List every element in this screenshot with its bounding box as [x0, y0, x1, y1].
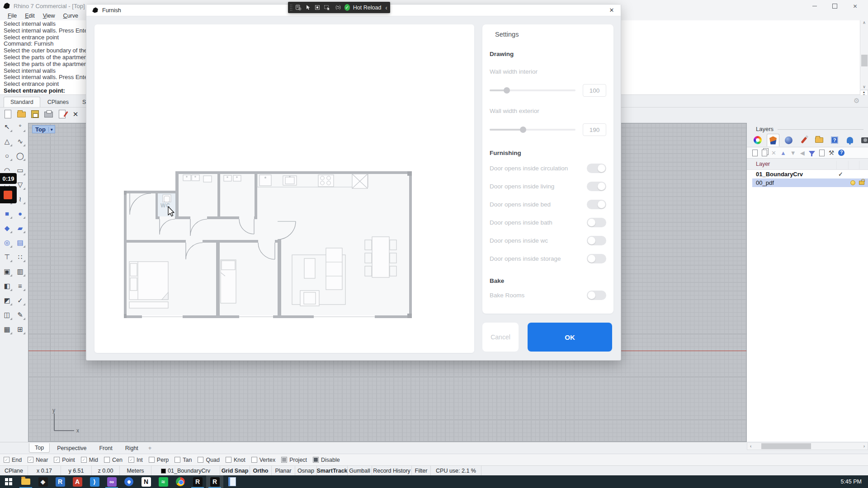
toggle-switch[interactable] [587, 200, 606, 209]
tool-points-grid[interactable]: ∷ [14, 251, 26, 263]
scroll-left-icon[interactable]: ‹ [750, 444, 751, 449]
close-button[interactable]: ✕ [845, 0, 865, 12]
gear-icon[interactable]: ⚙ [854, 97, 859, 105]
new-file-icon[interactable] [3, 109, 13, 119]
slider-value-field[interactable]: 190 [583, 123, 606, 136]
tool-text[interactable]: ⊤ [1, 251, 13, 263]
materials-tab[interactable] [797, 134, 810, 146]
maximize-button[interactable] [825, 0, 845, 12]
menu-view[interactable]: View [39, 12, 59, 20]
status-record-history[interactable]: Record History [372, 466, 412, 476]
drag-handle[interactable] [290, 4, 292, 11]
layer-tools-icon[interactable]: ⚒ [829, 150, 835, 156]
tool-copy[interactable]: ▥ [14, 266, 26, 277]
slider-value-field[interactable]: 100 [583, 84, 606, 97]
toolbar-tab-standard[interactable]: Standard [4, 97, 40, 107]
tool-move[interactable]: ▣ [1, 266, 13, 277]
layer-row-01_BoundaryCrv[interactable]: 01_BoundaryCrv✓ [747, 170, 868, 178]
reload-loop-icon[interactable] [335, 4, 341, 11]
osnap-checkbox[interactable]: ✓ [4, 457, 9, 463]
status-z-0-00[interactable]: z 0.00 [92, 466, 120, 476]
add-viewport-icon[interactable]: + [146, 445, 155, 451]
osnap-checkbox[interactable]: ✓ [128, 457, 134, 463]
tool-rotate[interactable]: ◧ [1, 280, 13, 291]
viewport-tab-perspective[interactable]: Perspective [52, 444, 92, 453]
taskbar-visual-studio[interactable]: ∞ [103, 475, 120, 488]
cut-icon[interactable]: ✕ [71, 109, 80, 119]
layers-horizontal-scrollbar[interactable]: ‹ › [747, 442, 868, 450]
osnap-checkbox[interactable] [104, 457, 110, 463]
menu-edit[interactable]: Edit [21, 12, 39, 20]
tool-box[interactable]: ■ [1, 208, 13, 219]
chevron-down-icon[interactable]: ▾ [48, 127, 55, 132]
scroll-down-icon[interactable]: ∨ [863, 84, 866, 89]
status-planar[interactable]: Planar [272, 466, 295, 476]
move-down-icon[interactable]: ▼ [790, 150, 796, 156]
osnap-checkbox[interactable] [149, 457, 155, 463]
menu-file[interactable]: File [4, 12, 21, 20]
slider-track[interactable] [490, 89, 576, 91]
viewport-tab-top[interactable]: Top [29, 443, 50, 453]
status-cpu-use-2-1-[interactable]: CPU use: 2.1 % [431, 466, 481, 476]
taskbar-rhino[interactable]: R [189, 475, 206, 488]
osnap-checkbox[interactable]: ✓ [81, 457, 87, 463]
tool-patch[interactable]: ▤ [14, 237, 26, 248]
osnap-checkbox[interactable] [313, 457, 319, 463]
osnap-checkbox[interactable] [251, 457, 257, 463]
dialog-close-icon[interactable]: ✕ [603, 7, 621, 14]
osnap-perp[interactable]: Perp [149, 457, 169, 463]
osnap-checkbox[interactable] [175, 457, 180, 463]
print-icon[interactable] [43, 109, 53, 119]
tool-circle[interactable]: ○ [1, 150, 13, 161]
tool-trim[interactable]: ◩ [1, 295, 13, 306]
match-layer-icon[interactable] [819, 150, 825, 156]
scroll-up-icon[interactable]: ∧ [863, 20, 866, 25]
taskbar-windows-start[interactable] [0, 475, 17, 488]
new-layer-icon[interactable] [752, 150, 758, 156]
taskbar-notion[interactable]: N [137, 475, 155, 488]
viewport-label[interactable]: Top ▾ [32, 125, 55, 133]
script-panel-icon[interactable] [295, 4, 302, 11]
tool-polyline[interactable]: △ [1, 136, 13, 147]
toggle-switch[interactable] [587, 218, 606, 227]
ok-button[interactable]: OK [528, 323, 612, 352]
layers-tab[interactable] [767, 134, 779, 146]
tool-array[interactable]: ▦ [1, 324, 13, 335]
status-01-boundarycrv[interactable]: 01_BoundaryCrv [151, 466, 220, 476]
recording-stop-button[interactable] [0, 186, 17, 203]
tool-scale[interactable]: ≡ [14, 280, 26, 291]
taskbar-spotify[interactable]: ≈ [155, 475, 172, 488]
command-scrollbar[interactable]: ∧ ∨ [860, 20, 868, 89]
tool-surface[interactable]: ▰ [14, 222, 26, 234]
tool-select-arrow[interactable]: ↖ [1, 121, 13, 132]
render-tab[interactable] [782, 134, 795, 146]
status-filter[interactable]: Filter [412, 466, 431, 476]
osnap-checkbox[interactable]: ✓ [54, 457, 60, 463]
tool-point[interactable]: ° [14, 121, 26, 132]
cancel-button[interactable]: Cancel [482, 323, 519, 352]
slider-track[interactable] [490, 129, 576, 131]
status-gumball[interactable]: Gumball [348, 466, 372, 476]
osnap-checkbox[interactable] [281, 457, 287, 463]
status-ortho[interactable]: Ortho [250, 466, 272, 476]
edit-page-icon[interactable] [57, 109, 67, 119]
tool-control-curve[interactable]: ∿ [14, 136, 26, 147]
move-left-icon[interactable]: ◀ [800, 150, 805, 156]
layer-visibility-bulb-icon[interactable] [850, 180, 855, 185]
scrollbar-thumb[interactable] [861, 55, 868, 66]
taskbar-revit[interactable]: R [52, 475, 69, 488]
toggle-switch[interactable] [587, 236, 606, 245]
viewport-tab-right[interactable]: Right [120, 444, 144, 453]
snapshot-tab[interactable] [859, 134, 868, 146]
taskbar-notepad[interactable] [223, 475, 241, 488]
tool-ellipse[interactable]: ◯ [14, 150, 26, 161]
taskbar-rhino-active[interactable]: R [206, 475, 223, 488]
tool-split[interactable]: ◫ [1, 309, 13, 320]
osnap-cen[interactable]: Cen [104, 457, 123, 463]
color-wheel-tab[interactable] [751, 134, 764, 146]
bounds-box-icon[interactable] [314, 4, 321, 11]
toggle-switch[interactable] [587, 291, 606, 300]
toggle-switch[interactable] [587, 254, 606, 263]
help-icon[interactable]: ? [838, 150, 844, 156]
layer-row-00_pdf[interactable]: 00_pdf [752, 178, 868, 187]
